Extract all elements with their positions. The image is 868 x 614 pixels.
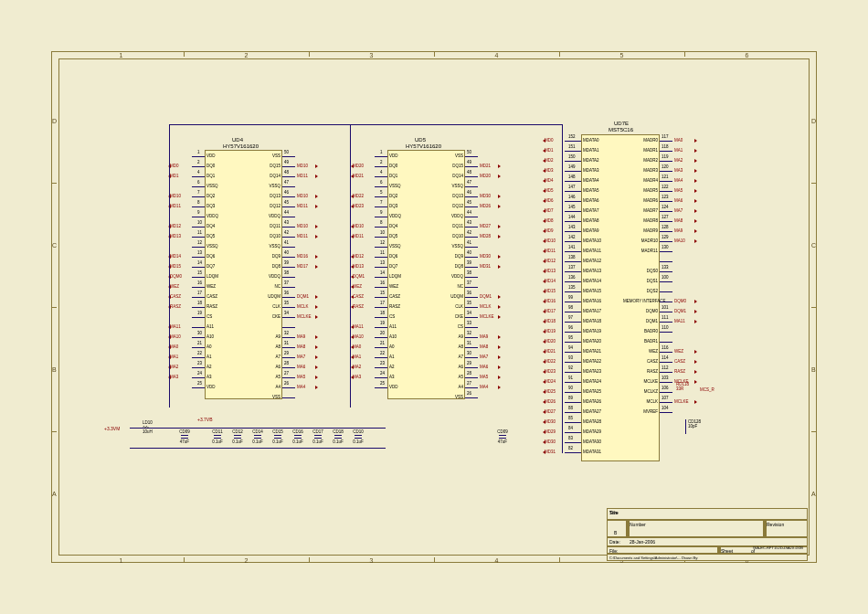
pin-stub [282,247,295,248]
net-label: MD8 [545,218,554,223]
bus-wire [169,124,170,408]
pin-name: MDATA14 [583,279,601,283]
net-arrow [694,179,697,183]
pin-num: 34 [467,311,471,315]
pin-num: 37 [467,281,471,285]
pin-name: VSSQ [389,244,401,249]
pin-stub [282,217,295,217]
pin-name: DQ6 [389,254,397,259]
chip-ud7e-part: MST5C16 [609,127,633,132]
net-arrow [315,235,318,238]
net-arrow [498,376,501,379]
net-arrow [543,280,545,283]
pin-name: VDD [206,385,216,389]
net-label: MA11 [674,319,685,323]
pwr-37vb: +3.7VB [197,417,213,422]
pin-name: MDATA30 [583,439,601,444]
net-arrow [351,376,354,379]
pin-num: 118 [662,144,669,149]
net-label: MA5 [480,375,488,379]
net-label: MD1 [545,148,554,153]
zone-tick [811,307,817,308]
pin-num: 148 [568,175,576,179]
cap-ref: CD09 [175,429,194,434]
net-label: MA10 [674,238,685,243]
net-label: MD13 [170,234,181,238]
net-label: MCLK [297,304,309,309]
net-label: WEZ [170,284,179,289]
net-arrow [543,440,545,444]
pin-name: MADR4 [623,178,658,183]
pin-name: VSSQ [257,244,281,249]
pin-num: 84 [568,426,573,430]
pin-stub [660,332,672,333]
cap-ref: CD09 [493,429,512,434]
net-arrow [351,265,354,269]
pin-num: 49 [467,160,471,164]
pin-name: DQ3 [206,204,215,208]
pin-name: VDDQ [206,214,218,218]
net-label: MD2 [545,158,554,163]
net-arrow [351,275,354,279]
pin-stub [192,297,205,298]
zone-row: B [52,366,57,373]
pin-num: 14 [197,260,202,265]
net-arrow [315,315,318,319]
pin-name: DQ8 [439,264,463,269]
net-label: MA2 [353,365,361,369]
net-label: MD10 [297,194,308,198]
pin-num: 101 [662,305,669,310]
pin-stub [192,287,205,288]
pin-name: DQS1 [623,279,658,283]
pin-stub [375,367,387,368]
net-label: MD26 [480,204,491,208]
pin-stub [192,387,205,388]
pin-num: 119 [662,154,669,159]
pin-stub [192,347,205,348]
net-arrow [315,295,318,299]
cap-CD11: CD11 0.1uF [208,429,227,444]
bus-wire [169,124,562,125]
net-label: MA2 [674,158,683,163]
net-label: RASZ [674,369,685,374]
pin-num: 47 [467,180,471,185]
pin-name: DQ4 [206,224,215,228]
pin-stub [565,161,581,162]
cap-ref: CD18 [329,429,347,434]
net-arrow [694,159,697,163]
zone-tick [811,431,817,432]
pin-name: MDATA25 [583,389,601,394]
pin-name: A1 [389,355,395,359]
pin-name: LDQM [389,274,401,279]
pin-num: 11 [380,250,385,255]
pin-name: A6 [257,365,281,369]
bus-wire [350,124,351,408]
pin-name: MADR0 [623,138,658,143]
pin-stub [660,241,672,242]
pin-name: DQ0 [389,164,397,168]
zone-col: 6 [746,52,749,58]
pin-stub [282,287,295,288]
net-label: MA11 [353,324,364,329]
pin-stub [660,271,672,272]
net-label: MD10 [297,224,308,228]
pin-num: 137 [568,265,576,270]
pin-stub [465,397,478,398]
pin-num: 35 [284,301,289,305]
pin-num: 24 [380,371,385,376]
chip-ud4-ref: UD4 [232,137,243,143]
pin-stub [192,237,205,238]
pin-num: 28 [467,371,471,376]
net-arrow [351,335,354,339]
cap-CD12: CD12 0.1uF [228,429,247,444]
pin-num: 114 [662,355,669,360]
net-label: MD10 [545,238,556,243]
net-label: DQM1 [674,309,686,313]
pin-num: 111 [662,315,669,320]
pin-num: 12 [197,240,202,245]
pin-name: MADR11 [623,249,658,253]
pin-stub [375,287,387,288]
pin-name: MDATA23 [583,369,601,374]
pin-stub [375,206,387,207]
pin-name: MDATA3 [583,168,599,173]
